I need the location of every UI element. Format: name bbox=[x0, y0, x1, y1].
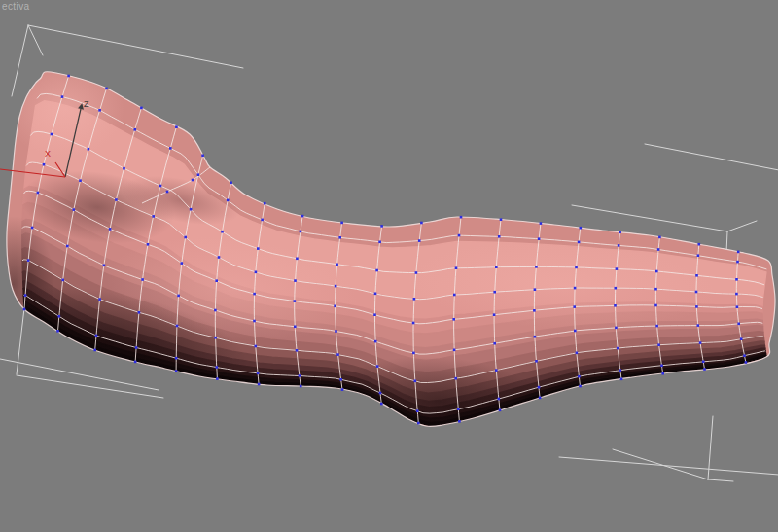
mesh-vertex[interactable] bbox=[336, 264, 338, 266]
mesh-vertex[interactable] bbox=[296, 349, 299, 352]
mesh-vertex[interactable] bbox=[698, 243, 701, 246]
mesh-vertex[interactable] bbox=[580, 227, 583, 230]
mesh-vertex[interactable] bbox=[216, 377, 219, 380]
mesh-vertex[interactable] bbox=[740, 337, 743, 340]
mesh-vertex[interactable] bbox=[138, 311, 141, 314]
mesh-vertex[interactable] bbox=[51, 133, 53, 136]
mesh-vertex[interactable] bbox=[619, 231, 621, 234]
mesh-vertex[interactable] bbox=[140, 107, 143, 110]
mesh-vertex[interactable] bbox=[184, 236, 187, 239]
mesh-vertex[interactable] bbox=[535, 266, 538, 268]
mesh-vertex[interactable] bbox=[418, 239, 421, 242]
mesh-vertex[interactable] bbox=[67, 75, 70, 78]
mesh-vertex[interactable] bbox=[614, 304, 617, 307]
mesh-vertex[interactable] bbox=[374, 340, 377, 343]
mesh-vertex[interactable] bbox=[743, 354, 746, 357]
mesh-vertex[interactable] bbox=[538, 237, 541, 240]
mesh-vertex[interactable] bbox=[619, 369, 622, 372]
mesh-vertex[interactable] bbox=[88, 148, 90, 151]
mesh-vertex[interactable] bbox=[574, 330, 577, 333]
mesh-vertex[interactable] bbox=[413, 298, 416, 301]
mesh-vertex[interactable] bbox=[657, 343, 660, 346]
mesh-vertex[interactable] bbox=[658, 236, 661, 239]
mesh-vertex[interactable] bbox=[379, 392, 382, 395]
mesh-vertex[interactable] bbox=[300, 385, 302, 388]
mesh-vertex[interactable] bbox=[299, 374, 301, 377]
mesh-vertex[interactable] bbox=[579, 385, 582, 388]
mesh-vertex[interactable] bbox=[152, 215, 155, 218]
mesh-vertex[interactable] bbox=[294, 300, 297, 302]
mesh-vertex[interactable] bbox=[455, 266, 458, 269]
mesh-vertex[interactable] bbox=[175, 125, 178, 128]
mesh-vertex[interactable] bbox=[23, 308, 26, 311]
mesh-vertex[interactable] bbox=[654, 304, 657, 307]
viewport-3d[interactable]: ZX ectiva bbox=[0, 0, 778, 532]
mesh-vertex[interactable] bbox=[227, 199, 230, 202]
mesh-vertex[interactable] bbox=[181, 262, 184, 265]
mesh-vertex[interactable] bbox=[736, 305, 739, 308]
mesh-vertex[interactable] bbox=[373, 313, 376, 316]
mesh-vertex[interactable] bbox=[301, 215, 304, 218]
mesh-vertex[interactable] bbox=[98, 109, 101, 112]
mesh-vertex[interactable] bbox=[115, 198, 118, 201]
mesh-vertex[interactable] bbox=[534, 336, 537, 338]
mesh-vertex[interactable] bbox=[294, 326, 297, 329]
mesh-vertex[interactable] bbox=[376, 365, 379, 368]
mesh-vertex[interactable] bbox=[176, 325, 179, 328]
mesh-vertex[interactable] bbox=[697, 324, 700, 327]
mesh-vertex[interactable] bbox=[134, 361, 137, 364]
mesh-vertex[interactable] bbox=[453, 294, 456, 297]
mesh-vertex[interactable] bbox=[578, 241, 581, 244]
mesh-vertex[interactable] bbox=[58, 315, 61, 318]
mesh-vertex[interactable] bbox=[340, 222, 343, 225]
mesh-vertex[interactable] bbox=[135, 346, 138, 349]
mesh-vertex[interactable] bbox=[335, 285, 337, 288]
mesh-vertex[interactable] bbox=[339, 378, 342, 381]
mesh-vertex[interactable] bbox=[615, 287, 618, 290]
mesh-vertex[interactable] bbox=[735, 293, 738, 296]
mesh-vertex[interactable] bbox=[499, 409, 502, 412]
viewport-label[interactable]: ectiva bbox=[2, 1, 30, 13]
mesh-vertex[interactable] bbox=[300, 231, 302, 233]
mesh-vertex[interactable] bbox=[573, 305, 576, 308]
mesh-vertex[interactable] bbox=[620, 378, 623, 381]
mesh-vertex[interactable] bbox=[177, 295, 180, 298]
mesh-vertex[interactable] bbox=[495, 266, 498, 268]
mesh-vertex[interactable] bbox=[218, 256, 221, 259]
mesh-vertex[interactable] bbox=[214, 309, 217, 312]
mesh-vertex[interactable] bbox=[654, 288, 657, 291]
mesh-vertex[interactable] bbox=[493, 342, 496, 345]
mesh-vertex[interactable] bbox=[617, 347, 619, 350]
mesh-vertex[interactable] bbox=[699, 341, 702, 344]
mesh-vertex[interactable] bbox=[341, 388, 344, 391]
mesh-vertex[interactable] bbox=[498, 398, 501, 401]
mesh-vertex[interactable] bbox=[61, 279, 64, 282]
mesh-vertex[interactable] bbox=[255, 271, 258, 274]
mesh-vertex[interactable] bbox=[457, 408, 460, 410]
mesh-vertex[interactable] bbox=[98, 298, 101, 301]
mesh-vertex[interactable] bbox=[412, 352, 415, 355]
mesh-vertex[interactable] bbox=[458, 420, 461, 423]
mesh-vertex[interactable] bbox=[192, 179, 194, 182]
mesh-vertex[interactable] bbox=[736, 261, 739, 264]
mesh-vertex[interactable] bbox=[336, 353, 339, 356]
mesh-vertex[interactable] bbox=[702, 361, 705, 364]
mesh-vertex[interactable] bbox=[257, 247, 260, 250]
mesh-vertex[interactable] bbox=[43, 163, 46, 166]
mesh-vertex[interactable] bbox=[575, 266, 578, 269]
mesh-vertex[interactable] bbox=[134, 128, 137, 131]
mesh-vertex[interactable] bbox=[264, 202, 266, 205]
mesh-vertex[interactable] bbox=[380, 403, 383, 406]
mesh-vertex[interactable] bbox=[31, 227, 34, 230]
mesh-vertex[interactable] bbox=[420, 222, 423, 225]
mesh-vertex[interactable] bbox=[655, 325, 658, 328]
mesh-vertex[interactable] bbox=[73, 208, 76, 211]
mesh-vertex[interactable] bbox=[261, 219, 264, 222]
mesh-vertex[interactable] bbox=[380, 225, 383, 228]
mesh-vertex[interactable] bbox=[190, 208, 193, 211]
mesh-vertex[interactable] bbox=[37, 192, 40, 195]
mesh-vertex[interactable] bbox=[534, 288, 537, 291]
mesh-vertex[interactable] bbox=[334, 305, 336, 308]
mesh-vertex[interactable] bbox=[109, 228, 112, 231]
mesh-vertex[interactable] bbox=[258, 383, 261, 386]
